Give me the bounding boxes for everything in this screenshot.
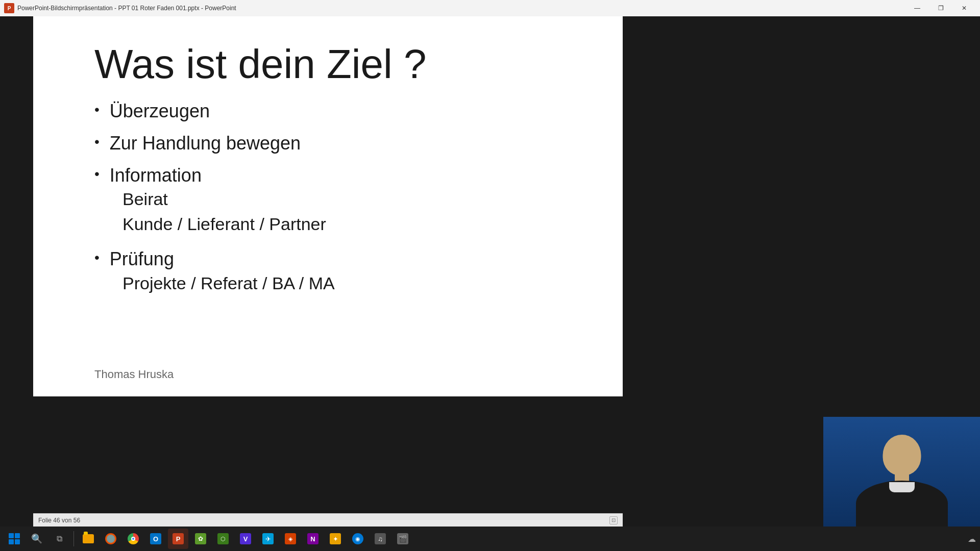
sub-item-kunde: Kunde / Lieferant / Partner [122, 214, 587, 234]
person-collar [889, 482, 915, 492]
sub-label-projekte: Projekte / Referat / BA / MA [122, 273, 335, 293]
person-head [883, 435, 921, 475]
taskbar-app11-button[interactable]: V [235, 529, 256, 549]
taskbar-powerpoint-button[interactable]: P [168, 529, 188, 549]
title-bar: P PowerPoint-Bildschirmpräsentation - PP… [0, 0, 980, 16]
title-bar-left: P PowerPoint-Bildschirmpräsentation - PP… [4, 3, 236, 13]
outlook-icon: O [150, 533, 161, 544]
window-title: PowerPoint-Bildschirmpräsentation - PPT … [17, 5, 236, 12]
slide-title: Was ist dein Ziel ? [94, 42, 587, 87]
sub-label-kunde: Kunde / Lieferant / Partner [122, 214, 326, 234]
powerpoint-app-icon: P [4, 3, 14, 13]
app17-icon: ♫ [375, 533, 386, 544]
fit-page-icon[interactable]: ⊡ [609, 516, 618, 524]
taskbar-firefox-button[interactable] [101, 529, 121, 549]
powerpoint-icon: P [173, 533, 184, 544]
taskbar-app9-button[interactable]: ✿ [190, 529, 211, 549]
list-item-information: • Information Beirat Kunde / Lieferant /… [94, 164, 587, 240]
app10-icon: ⬡ [217, 533, 229, 544]
app18-icon: 🎬 [397, 533, 408, 544]
app13-icon: ◈ [285, 533, 296, 544]
taskbar-right-area: ☁ [968, 534, 976, 544]
bullet-dot-uberzeugen: • [94, 99, 100, 119]
taskbar-app12-button[interactable]: ✈ [258, 529, 278, 549]
taskbar-app18-button[interactable]: 🎬 [393, 529, 413, 549]
taskview-icon: ⧉ [57, 534, 62, 543]
taskbar-taskview-button[interactable]: ⧉ [49, 529, 69, 549]
chrome-icon [128, 533, 139, 544]
item-label-uberzeugen: Überzeugen [110, 99, 210, 123]
slide-area: Was ist dein Ziel ? • Überzeugen • Zur H… [33, 16, 623, 396]
taskbar: 🔍 ⧉ O P ✿ ⬡ V ✈ ◈ [0, 527, 980, 551]
windows-logo-icon [9, 533, 20, 544]
bullet-dot-prufung: • [94, 247, 100, 267]
item-label-information: Information [110, 164, 202, 188]
sub-label-beirat: Beirat [122, 189, 168, 209]
taskbar-outlook-button[interactable]: O [145, 529, 166, 549]
taskbar-explorer-button[interactable] [78, 529, 99, 549]
dark-panel-bottom [33, 396, 623, 527]
taskbar-app17-button[interactable]: ♫ [370, 529, 390, 549]
app12-icon: ✈ [262, 533, 274, 544]
taskbar-app13-button[interactable]: ◈ [280, 529, 301, 549]
taskbar-separator-1 [74, 531, 74, 546]
minimize-button[interactable]: — [905, 0, 929, 16]
app11-icon: V [240, 533, 251, 544]
list-item-prufung: • Prüfung Projekte / Referat / BA / MA [94, 247, 587, 298]
taskbar-search-button[interactable]: 🔍 [27, 529, 47, 549]
sub-list-information: Beirat Kunde / Lieferant / Partner [122, 189, 587, 239]
bullet-list: • Überzeugen • Zur Handlung bewegen • In… [94, 99, 587, 307]
dark-panel-left [0, 16, 33, 396]
bullet-dot-information: • [94, 164, 100, 184]
slide-status-text: Folie 46 von 56 [38, 517, 80, 524]
slide-inner: Was ist dein Ziel ? • Überzeugen • Zur H… [33, 16, 623, 396]
footer-name: Thomas Hruska [94, 368, 174, 381]
explorer-icon [83, 534, 94, 543]
video-overlay [823, 417, 980, 527]
window-controls: — ❐ ✕ [905, 0, 976, 16]
taskbar-app15-button[interactable]: ✦ [325, 529, 346, 549]
search-icon: 🔍 [31, 533, 42, 544]
restore-button[interactable]: ❐ [929, 0, 952, 16]
slide-status-bar: Folie 46 von 56 ⊡ [33, 513, 623, 527]
item-label-handlung: Zur Handlung bewegen [110, 132, 301, 156]
taskbar-app14-button[interactable]: N [303, 529, 323, 549]
taskbar-chrome-button[interactable] [123, 529, 143, 549]
sub-item-projekte: Projekte / Referat / BA / MA [122, 273, 587, 293]
sub-list-prufung: Projekte / Referat / BA / MA [122, 273, 587, 298]
bullet-dot-handlung: • [94, 132, 100, 152]
app9-icon: ✿ [195, 533, 206, 544]
app15-icon: ✦ [330, 533, 341, 544]
slide-footer: Thomas Hruska [94, 368, 174, 381]
close-button[interactable]: ✕ [952, 0, 976, 16]
dark-panel-right [823, 16, 980, 287]
sub-item-beirat: Beirat [122, 189, 587, 209]
slide-content: Was ist dein Ziel ? • Überzeugen • Zur H… [94, 42, 587, 307]
app14-icon: N [307, 533, 318, 544]
list-item-uberzeugen: • Überzeugen [94, 99, 587, 123]
firefox-icon [105, 533, 116, 544]
taskbar-app10-button[interactable]: ⬡ [213, 529, 233, 549]
item-label-prufung: Prüfung [110, 247, 174, 271]
list-item-handlung: • Zur Handlung bewegen [94, 132, 587, 156]
video-person [823, 417, 980, 527]
app16-icon: ◉ [352, 533, 363, 544]
taskbar-app16-button[interactable]: ◉ [348, 529, 368, 549]
notification-icon[interactable]: ☁ [968, 534, 976, 544]
taskbar-start-button[interactable] [4, 529, 24, 549]
